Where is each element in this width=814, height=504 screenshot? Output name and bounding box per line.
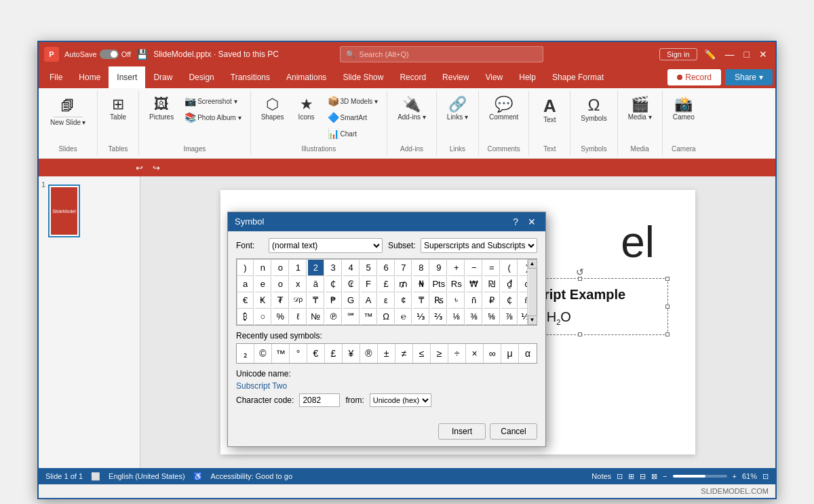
symbol-cell[interactable]: e [255,276,271,292]
scrollbar-up-button[interactable]: ▲ [528,259,537,269]
symbol-cell[interactable]: ℓ [290,309,307,325]
subset-select[interactable]: Superscripts and Subscripts [421,238,537,253]
record-button[interactable]: Record [667,69,721,85]
symbol-cell[interactable]: ₸ [413,292,429,309]
symbol-cell[interactable]: 4 [343,260,360,276]
scrollbar-track[interactable] [528,269,537,315]
symbol-cell[interactable]: ℗ [326,309,342,325]
menu-design[interactable]: Design [180,66,222,88]
symbol-cell[interactable]: ¢ [395,292,412,309]
recent-cell[interactable]: ∞ [484,344,501,363]
menu-shape-format[interactable]: Shape Format [544,66,612,88]
save-icon[interactable]: 💾 [136,49,148,60]
symbol-cell[interactable]: Pts [431,276,447,292]
symbol-cell[interactable]: ™ [361,309,377,325]
symbol-cell[interactable]: 1 [290,260,307,276]
menu-view[interactable]: View [477,66,511,88]
symbol-cell[interactable]: ৳ [448,292,465,309]
symbol-cell[interactable]: % [273,309,289,325]
notes-button[interactable]: Notes [592,472,611,480]
zoom-bar[interactable] [673,475,727,478]
symbol-cell[interactable]: ⅜ [466,309,482,325]
symbol-cell[interactable]: A [361,292,377,309]
symbol-cell[interactable]: Rs [448,276,465,292]
fit-slide-button[interactable]: ⊡ [762,472,769,481]
symbol-cell[interactable]: ℮ [395,309,412,325]
symbol-cell[interactable]: ₽ [484,292,500,309]
symbol-cell[interactable]: n [255,260,271,276]
symbol-cell[interactable]: 9 [431,260,447,276]
dialog-help-button[interactable]: ? [510,216,521,227]
links-button[interactable]: 🔗 Links ▾ [442,94,473,124]
new-slide-button[interactable]: 🗐 New Slide▾ [44,94,92,130]
symbol-cell[interactable]: ₪ [484,276,500,292]
symbol-cell[interactable]: 𝒟ρ [290,292,307,309]
symbol-cell[interactable]: ⅝ [484,309,500,325]
symbol-cell[interactable]: 8 [413,260,429,276]
sign-in-button[interactable]: Sign in [659,48,697,60]
symbol-cell[interactable]: ) [237,260,254,276]
symbol-cell[interactable]: 7 [395,260,412,276]
icons-button[interactable]: ★ Icons [292,94,322,124]
menu-slideshow[interactable]: Slide Show [334,66,391,88]
menu-animations[interactable]: Animations [278,66,334,88]
recent-cell[interactable]: ≠ [395,344,413,363]
normal-view-icon[interactable]: ⊡ [617,472,623,481]
recent-cell[interactable]: ₂ [237,344,254,363]
symbol-cell[interactable]: ₱ [326,292,342,309]
slide-layout-icon[interactable]: ⬜ [91,472,100,481]
symbol-cell[interactable]: ₨ [431,292,447,309]
symbols-button[interactable]: Ω Symbols [576,94,611,125]
symbol-cell[interactable]: ñ [466,292,482,309]
from-select[interactable]: Unicode (hex) [370,393,431,407]
search-box[interactable]: 🔍 Search (Alt+Q) [340,46,543,62]
symbol-cell[interactable]: ○ [255,309,271,325]
chart-button[interactable]: 📊 Chart [324,126,382,141]
symbol-cell[interactable]: € [237,292,254,309]
charcode-input[interactable] [299,393,340,407]
symbol-cell[interactable]: ₦ [413,276,429,292]
slide-thumbnail[interactable]: SlideModel [48,185,80,237]
symbol-cell-selected[interactable]: 2 [308,260,324,276]
symbol-cell[interactable]: − [466,260,482,276]
symbol-cell[interactable]: ( [501,260,518,276]
symbol-cell[interactable]: ₩ [466,276,482,292]
redo-button[interactable]: ↪ [151,163,162,173]
recent-cell[interactable]: μ [501,344,519,363]
presenter-view-icon[interactable]: ⊠ [651,472,657,481]
symbol-cell[interactable]: x [290,276,307,292]
recent-cell[interactable]: £ [325,344,343,363]
recent-cell[interactable]: ≥ [431,344,448,363]
minimize-button[interactable]: — [722,47,737,61]
symbol-scrollbar[interactable]: ▲ ▼ [527,259,537,325]
symbol-cell[interactable]: ₭ [255,292,271,309]
comment-button[interactable]: 💬 Comment [484,94,523,124]
recent-cell[interactable]: ° [290,344,307,363]
menu-transitions[interactable]: Transitions [222,66,278,88]
symbol-cell[interactable]: ℠ [343,309,360,325]
photo-album-button[interactable]: 📚 Photo Album ▾ [181,110,244,125]
addins-button[interactable]: 🔌 Add-ins ▾ [393,94,431,124]
symbol-cell[interactable]: a [237,276,254,292]
symbol-cell[interactable]: ₥ [395,276,412,292]
recent-cell[interactable]: © [254,344,272,363]
symbol-cell[interactable]: Ω [379,309,395,325]
symbol-cell[interactable]: G [343,292,360,309]
symbol-cell[interactable]: F [361,276,377,292]
symbol-cell[interactable]: ₫ [501,276,518,292]
recent-cell[interactable]: € [307,344,325,363]
text-button[interactable]: A Text [535,94,564,127]
symbol-cell[interactable]: + [448,260,465,276]
symbol-cell[interactable]: ⅛ [448,309,465,325]
recent-cell[interactable]: ≤ [413,344,431,363]
table-button[interactable]: ⊞ Table [103,94,133,124]
recent-cell[interactable]: × [466,344,484,363]
menu-home[interactable]: Home [71,66,109,88]
recent-cell[interactable]: ® [360,344,378,363]
media-button[interactable]: 🎬 Media ▾ [623,94,657,124]
symbol-cell[interactable]: ā [308,276,324,292]
font-select[interactable]: (normal text) [269,238,383,253]
symbol-cell[interactable]: ⅔ [431,309,447,325]
cameo-button[interactable]: 📸 Cameo [668,94,699,124]
symbol-cell[interactable]: o [273,276,289,292]
